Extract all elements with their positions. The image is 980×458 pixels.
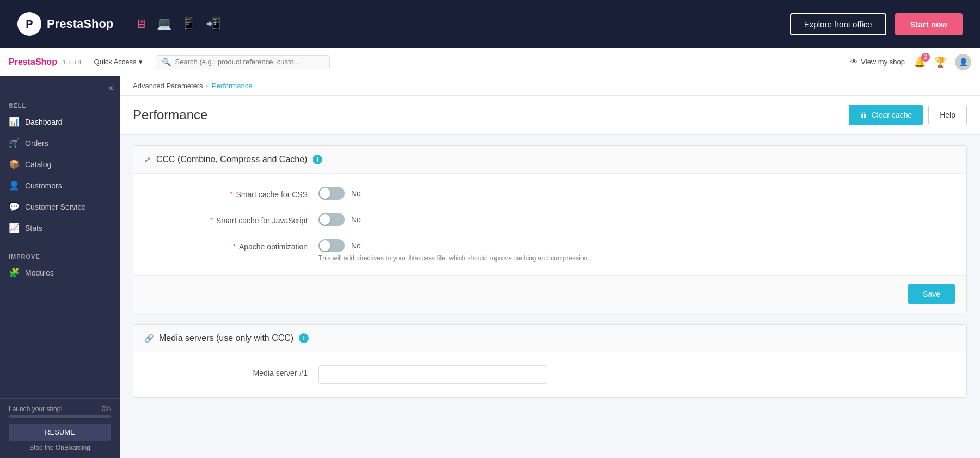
collapse-button[interactable]: « xyxy=(108,83,113,93)
launch-text: Launch your shop! xyxy=(9,405,63,413)
stats-icon: 📈 xyxy=(9,223,20,233)
logo-icon: P xyxy=(17,12,41,36)
sidebar-item-orders[interactable]: 🛒 Orders xyxy=(0,132,120,154)
form-row-media-server-1: Media server #1 xyxy=(144,365,955,384)
ccc-section-footer: Save xyxy=(133,275,966,313)
explore-front-office-button[interactable]: Explore front office xyxy=(790,13,886,35)
ccc-info-icon[interactable]: i xyxy=(313,155,322,164)
smart-js-label: Smart cache for JavaScript xyxy=(216,216,308,225)
breadcrumb: Advanced Parameters › Performance xyxy=(120,76,980,96)
sidebar-item-customers[interactable]: 👤 Customers xyxy=(0,175,120,196)
quick-access-menu[interactable]: Quick Access ▾ xyxy=(90,58,147,66)
start-now-button[interactable]: Start now xyxy=(895,13,963,35)
smart-css-toggle[interactable] xyxy=(318,187,345,200)
sidebar-collapse: « xyxy=(0,76,120,97)
page-actions: 🗑 Clear cache Help xyxy=(849,105,967,125)
customer-service-icon: 💬 xyxy=(9,201,20,212)
mobile-icon[interactable]: 📲 xyxy=(206,17,220,31)
smart-js-value: No xyxy=(351,215,361,224)
smart-css-field: No xyxy=(318,187,361,200)
page-header: Performance 🗑 Clear cache Help xyxy=(120,96,980,135)
orders-label: Orders xyxy=(25,139,48,148)
dashboard-icon: 📊 xyxy=(9,117,20,127)
laptop-icon[interactable]: 💻 xyxy=(157,17,171,31)
version-label: 1.7.8.8 xyxy=(63,59,81,65)
content-area: ⤢ CCC (Combine, Compress and Cache) i * … xyxy=(120,135,980,419)
sidebar-divider xyxy=(0,243,120,243)
sidebar-item-customer-service[interactable]: 💬 Customer Service xyxy=(0,196,120,217)
smart-js-control: No xyxy=(318,213,361,226)
view-shop-link[interactable]: 👁 View my shop xyxy=(850,58,905,66)
smart-js-label-area: * Smart cache for JavaScript xyxy=(144,213,308,225)
smart-js-required: * xyxy=(210,217,213,224)
smart-css-control: No xyxy=(318,187,361,200)
catalog-label: Catalog xyxy=(25,160,51,169)
admin-bar-right: 👁 View my shop 🔔 2 🏆 👤 xyxy=(850,54,971,70)
help-button[interactable]: Help xyxy=(928,105,967,125)
customer-service-label: Customer Service xyxy=(25,203,85,211)
apache-knob xyxy=(320,240,330,251)
smart-js-toggle[interactable] xyxy=(318,213,345,226)
media-servers-body: Media server #1 xyxy=(133,352,966,397)
media-servers-header: 🔗 Media servers (use only with CCC) i xyxy=(133,325,966,352)
media-server-1-input[interactable] xyxy=(318,365,547,384)
ccc-save-button[interactable]: Save xyxy=(908,284,955,304)
tablet-icon[interactable]: 📱 xyxy=(181,17,196,31)
sidebar-item-modules[interactable]: 🧩 Modules xyxy=(0,262,120,283)
customers-label: Customers xyxy=(25,181,62,190)
apache-value: No xyxy=(351,241,361,250)
orders-icon: 🛒 xyxy=(9,138,20,148)
resume-button[interactable]: RESUME xyxy=(9,424,111,441)
view-shop-label: View my shop xyxy=(861,58,905,66)
ccc-title: CCC (Combine, Compress and Cache) xyxy=(156,155,307,164)
desktop-icon[interactable]: 🖥 xyxy=(135,17,147,31)
search-input[interactable] xyxy=(175,58,324,66)
trophy-button[interactable]: 🏆 xyxy=(934,56,946,68)
media-server-1-label-area: Media server #1 xyxy=(144,365,308,377)
clear-cache-label: Clear cache xyxy=(872,111,912,119)
sidebar-item-stats[interactable]: 📈 Stats xyxy=(0,217,120,239)
admin-bar: PrestaShop 1.7.8.8 Quick Access ▾ 🔍 👁 Vi… xyxy=(0,48,980,76)
notification-badge: 2 xyxy=(921,53,930,62)
form-row-smart-css: * Smart cache for CSS No xyxy=(144,187,955,200)
ccc-section: ⤢ CCC (Combine, Compress and Cache) i * … xyxy=(133,145,967,313)
smart-js-knob xyxy=(320,214,330,225)
sidebar: « SELL 📊 Dashboard 🛒 Orders 📦 Catalog 👤 … xyxy=(0,76,120,458)
smart-css-value: No xyxy=(351,189,361,198)
improve-section-label: IMPROVE xyxy=(0,248,120,262)
ccc-section-header: ⤢ CCC (Combine, Compress and Cache) i xyxy=(133,146,966,174)
trash-icon: 🗑 xyxy=(860,111,867,119)
catalog-icon: 📦 xyxy=(9,159,20,169)
media-expand-icon[interactable]: 🔗 xyxy=(144,334,154,343)
sidebar-item-catalog[interactable]: 📦 Catalog xyxy=(0,154,120,175)
quick-access-chevron: ▾ xyxy=(139,58,143,66)
notifications-button[interactable]: 🔔 2 xyxy=(914,56,926,68)
media-servers-title: Media servers (use only with CCC) xyxy=(159,333,293,343)
smart-css-label-area: * Smart cache for CSS xyxy=(144,187,308,199)
clear-cache-button[interactable]: 🗑 Clear cache xyxy=(849,105,923,125)
ccc-expand-icon[interactable]: ⤢ xyxy=(144,155,151,164)
smart-css-label: Smart cache for CSS xyxy=(236,190,308,199)
user-avatar[interactable]: 👤 xyxy=(955,54,971,70)
apache-toggle[interactable] xyxy=(318,239,345,252)
breadcrumb-parent[interactable]: Advanced Parameters xyxy=(133,82,203,90)
launch-progress: 0% xyxy=(102,405,111,413)
search-icon: 🔍 xyxy=(162,58,171,66)
media-server-1-control xyxy=(318,365,547,384)
search-bar[interactable]: 🔍 xyxy=(156,55,330,69)
sidebar-footer: Launch your shop! 0% RESUME Stop the OnB… xyxy=(0,398,120,458)
main-content: Advanced Parameters › Performance Perfor… xyxy=(120,76,980,458)
media-info-icon[interactable]: i xyxy=(299,333,309,343)
banner-right: Explore front office Start now xyxy=(790,13,963,35)
ps-brand: PrestaShop xyxy=(9,57,57,67)
smart-css-required: * xyxy=(230,191,233,198)
stop-onboarding-link[interactable]: Stop the OnBoarding xyxy=(9,444,111,451)
media-server-1-label: Media server #1 xyxy=(253,369,308,377)
customers-icon: 👤 xyxy=(9,180,20,191)
modules-label: Modules xyxy=(25,268,54,277)
trophy-icon: 🏆 xyxy=(934,57,946,68)
smart-css-knob xyxy=(320,188,330,199)
app-layout: « SELL 📊 Dashboard 🛒 Orders 📦 Catalog 👤 … xyxy=(0,76,980,458)
sidebar-item-dashboard[interactable]: 📊 Dashboard xyxy=(0,111,120,132)
apache-control: No This will add directives to your .hta… xyxy=(318,239,590,262)
